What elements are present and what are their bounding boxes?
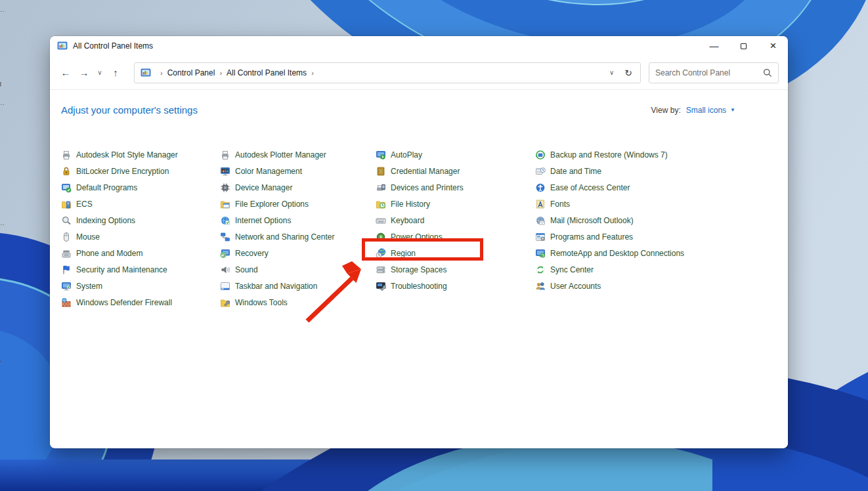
phone-icon — [61, 248, 72, 259]
item-label: Phone and Modem — [76, 249, 142, 258]
maximize-icon — [741, 43, 747, 49]
control-panel-item-file-explorer-options[interactable]: File Explorer Options — [220, 196, 334, 212]
control-panel-item-credential-manager[interactable]: Credential Manager — [376, 163, 464, 179]
control-panel-item-ecs[interactable]: ECS — [61, 196, 178, 212]
control-panel-item-date-and-time[interactable]: Date and Time — [535, 163, 684, 179]
search-box[interactable] — [649, 62, 779, 83]
minimize-button[interactable]: — — [699, 36, 729, 56]
control-panel-item-autodesk-plotter-manager[interactable]: Autodesk Plotter Manager — [220, 146, 334, 163]
chevron-down-icon[interactable]: ▼ — [730, 107, 735, 113]
control-panel-item-mouse[interactable]: Mouse — [61, 228, 178, 245]
control-panel-item-autoplay[interactable]: AutoPlay — [376, 146, 464, 163]
maximize-button[interactable] — [729, 36, 758, 56]
items-column-1: Autodesk Plot Style ManagerBitLocker Dri… — [61, 146, 178, 310]
forward-button[interactable]: → — [75, 64, 93, 82]
desktop-icon-label-fragment: ... — [0, 272, 5, 279]
search-input[interactable] — [655, 68, 763, 77]
mouse-icon — [61, 232, 72, 242]
flag-icon — [61, 265, 72, 275]
drive-stack-icon — [376, 265, 386, 275]
control-panel-item-windows-tools[interactable]: Windows Tools — [220, 294, 334, 310]
breadcrumb-separator: › — [160, 69, 163, 77]
control-panel-item-taskbar-and-navigation[interactable]: Taskbar and Navigation — [220, 278, 334, 294]
item-label: Fonts — [550, 200, 570, 209]
control-panel-item-internet-options[interactable]: Internet Options — [220, 212, 334, 228]
item-label: Internet Options — [235, 216, 291, 225]
device-chip-icon — [220, 182, 230, 193]
screen-wrench-icon — [376, 281, 386, 291]
item-label: Taskbar and Navigation — [235, 282, 317, 291]
mail-globe-icon — [535, 215, 546, 226]
control-panel-item-ease-of-access-center[interactable]: Ease of Access Center — [535, 179, 684, 196]
desktop-icon-label-fragment: ... — [0, 100, 5, 106]
control-panel-item-recovery[interactable]: Recovery — [220, 245, 334, 261]
item-label: Network and Sharing Center — [235, 232, 334, 242]
network-icon — [220, 232, 230, 242]
page-title: Adjust your computer's settings — [61, 104, 198, 116]
monitor-restore-icon — [220, 248, 230, 259]
users-icon — [535, 281, 546, 291]
control-panel-item-default-programs[interactable]: Default Programs — [61, 179, 178, 196]
item-label: ECS — [76, 200, 93, 209]
back-button[interactable]: ← — [56, 64, 75, 82]
control-panel-item-sync-center[interactable]: Sync Center — [535, 261, 684, 278]
item-label: Troubleshooting — [391, 282, 447, 291]
printer-icon — [61, 150, 72, 160]
control-panel-icon — [57, 41, 68, 51]
control-panel-item-storage-spaces[interactable]: Storage Spaces — [376, 261, 464, 278]
control-panel-item-autodesk-plot-style-manager[interactable]: Autodesk Plot Style Manager — [61, 146, 178, 163]
devices-printer-icon — [376, 182, 386, 193]
control-panel-item-programs-and-features[interactable]: Programs and Features — [535, 228, 684, 245]
item-label: Sound — [235, 265, 258, 274]
control-panel-item-file-history[interactable]: File History — [376, 196, 464, 212]
history-chevron-icon[interactable]: ∨ — [93, 64, 106, 82]
control-panel-icon — [141, 68, 151, 78]
item-label: File Explorer Options — [235, 200, 309, 209]
control-panel-item-bitlocker-drive-encryption[interactable]: BitLocker Drive Encryption — [61, 163, 178, 179]
desktop-icon-label-fragment: ... — [0, 220, 5, 226]
item-label: BitLocker Drive Encryption — [76, 167, 169, 176]
default-programs-icon — [61, 182, 72, 193]
sync-icon — [535, 265, 546, 275]
control-panel-item-troubleshooting[interactable]: Troubleshooting — [376, 278, 464, 294]
control-panel-item-indexing-options[interactable]: Indexing Options — [61, 212, 178, 228]
printer-icon — [220, 150, 230, 160]
titlebar[interactable]: All Control Panel Items — × — [50, 36, 788, 56]
item-label: Indexing Options — [76, 216, 135, 225]
control-panel-item-color-management[interactable]: Color Management — [220, 163, 334, 179]
control-panel-item-remoteapp-and-desktop-connections[interactable]: RemoteApp and Desktop Connections — [535, 245, 684, 261]
control-panel-item-system[interactable]: System — [61, 278, 178, 294]
control-panel-item-sound[interactable]: Sound — [220, 261, 334, 278]
view-by-dropdown[interactable]: Small icons — [686, 106, 726, 115]
control-panel-item-security-and-maintenance[interactable]: Security and Maintenance — [61, 261, 178, 278]
speaker-icon — [220, 265, 230, 275]
programs-icon — [535, 232, 546, 242]
folder-window-icon — [220, 199, 230, 209]
up-button[interactable]: ↑ — [106, 64, 125, 82]
control-panel-item-network-and-sharing-center[interactable]: Network and Sharing Center — [220, 228, 334, 245]
breadcrumb-all-items[interactable]: All Control Panel Items — [227, 68, 307, 77]
address-bar[interactable]: › Control Panel › All Control Panel Item… — [134, 62, 641, 83]
control-panel-item-fonts[interactable]: Fonts — [535, 196, 684, 212]
breadcrumb-control-panel[interactable]: Control Panel — [167, 68, 215, 77]
safe-icon — [376, 166, 386, 177]
folder-clock-icon — [376, 199, 386, 209]
control-panel-item-device-manager[interactable]: Device Manager — [220, 179, 334, 196]
control-panel-item-phone-and-modem[interactable]: Phone and Modem — [61, 245, 178, 261]
control-panel-item-devices-and-printers[interactable]: Devices and Printers — [376, 179, 464, 196]
control-panel-item-user-accounts[interactable]: User Accounts — [535, 278, 684, 294]
item-label: Device Manager — [235, 183, 292, 192]
breadcrumb-separator: › — [311, 69, 314, 77]
control-panel-item-backup-and-restore-windows-7[interactable]: Backup and Restore (Windows 7) — [535, 146, 684, 163]
monitor-play-icon — [376, 150, 386, 160]
items-column-2: Autodesk Plotter ManagerColor Management… — [220, 146, 334, 310]
item-label: Storage Spaces — [391, 265, 446, 274]
item-label: Color Management — [235, 167, 302, 176]
control-panel-item-keyboard[interactable]: Keyboard — [376, 212, 464, 228]
refresh-icon[interactable]: ↻ — [620, 68, 636, 78]
close-button[interactable]: × — [758, 36, 788, 56]
remote-desktop-icon — [535, 248, 546, 259]
control-panel-item-windows-defender-firewall[interactable]: Windows Defender Firewall — [61, 294, 178, 310]
control-panel-item-mail-microsoft-outlook[interactable]: Mail (Microsoft Outlook) — [535, 212, 684, 228]
address-dropdown-icon[interactable]: ∨ — [603, 69, 620, 76]
